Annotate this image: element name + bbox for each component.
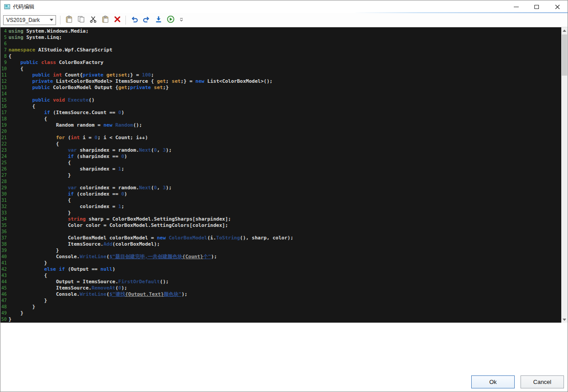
code-line-content: }: [9, 247, 59, 254]
ok-button[interactable]: Ok: [471, 375, 515, 388]
code-line: 46 Console.WriteLine($"请找{Output.Text}颜色…: [0, 291, 561, 298]
line-number: 25: [0, 160, 9, 166]
code-line-content: public void Execute(): [9, 97, 95, 103]
code-line-content: Random random = new Random();: [9, 122, 142, 128]
code-line-content: sharpindex = 1;: [9, 166, 124, 172]
scrollbar-thumb[interactable]: [562, 34, 567, 76]
code-line: 19 Random random = new Random();: [0, 122, 561, 128]
code-line-content: {: [9, 53, 12, 60]
code-line-content: if (colorindex == 0): [9, 191, 127, 197]
code-line: 9 public class ColorBoxFactory: [0, 60, 561, 66]
code-line: 17 if (ItemsSource.Count == 0): [0, 110, 561, 116]
code-line-content: Console.WriteLine($"请找{Output.Text}颜色块")…: [9, 291, 187, 298]
line-number: 45: [0, 285, 9, 291]
code-line-content: }: [9, 316, 12, 323]
code-line: 50}: [0, 316, 561, 323]
cancel-button[interactable]: Cancel: [521, 375, 564, 388]
code-editor: 4using System.Windows.Media;5using Syste…: [0, 27, 568, 323]
toolbar-separator: [60, 16, 60, 25]
code-line-content: var colorindex = random.Next(0, 3);: [9, 185, 172, 191]
run-icon: [167, 15, 175, 25]
editor-scrollbar[interactable]: [561, 27, 568, 323]
paste-alt-button[interactable]: [99, 14, 111, 26]
code-line: 27 }: [0, 172, 561, 179]
code-line-content: ItemsSource.Add(colorBoxModel);: [9, 241, 160, 247]
code-line-content: }: [9, 172, 71, 179]
line-number: 48: [0, 304, 9, 310]
code-line-content: {: [9, 116, 47, 122]
code-line: 26 sharpindex = 1;: [0, 166, 561, 172]
code-line: 14: [0, 91, 561, 97]
code-line: 37 ColorBoxModel colorBoxModel = new Col…: [0, 235, 561, 241]
code-line-content: public ColorBoxModel Output {get;private…: [9, 85, 169, 91]
code-line: 44 Output = ItemsSource.FirstOrDefault()…: [0, 279, 561, 285]
code-line: 25 {: [0, 160, 561, 166]
code-line: 32 colorindex = 1;: [0, 204, 561, 210]
code-line: 12 private List<ColorBoxModel> ItemsSour…: [0, 78, 561, 85]
redo-button[interactable]: [140, 14, 152, 26]
cut-button[interactable]: [87, 14, 99, 26]
code-line-content: if (ItemsSource.Count == 0): [9, 110, 124, 116]
line-number: 35: [0, 222, 9, 229]
import-icon: [155, 15, 163, 25]
code-line: 22 {: [0, 141, 561, 147]
code-line-content: for (int i = 0; i < Count; i++): [9, 135, 148, 141]
line-number: 44: [0, 279, 9, 285]
toolbar-buttons: [63, 14, 176, 26]
code-line-content: if (sharpindex == 0): [9, 153, 127, 160]
code-line-content: namespace AIStudio.Wpf.CSharpScript: [9, 47, 112, 53]
line-number: 30: [0, 191, 9, 197]
theme-select[interactable]: VS2019_Dark: [3, 15, 56, 25]
code-line: 10 {: [0, 66, 561, 72]
undo-button[interactable]: [128, 14, 140, 26]
import-button[interactable]: [152, 14, 164, 26]
close-button[interactable]: [547, 0, 568, 13]
code-line: 30 if (colorindex == 0): [0, 191, 561, 197]
code-edit-window: 代码编辑 VS2019_Dark 4using System.Windows.M…: [0, 0, 568, 392]
code-line-content: string sharp = ColorBoxModel.SettingShar…: [9, 216, 231, 222]
chevron-down-icon: [179, 18, 184, 22]
code-line: 43 {: [0, 273, 561, 279]
code-line-content: Output = ItemsSource.FirstOrDefault();: [9, 279, 169, 285]
app-icon: [4, 4, 10, 10]
line-number: 43: [0, 273, 9, 279]
line-number: 47: [0, 298, 9, 304]
code-line: 15 public void Execute(): [0, 97, 561, 103]
code-line: 18 {: [0, 116, 561, 122]
delete-button[interactable]: [111, 14, 123, 26]
maximize-button[interactable]: [526, 0, 547, 13]
toolbar-overflow[interactable]: [179, 18, 184, 22]
code-line: 16 {: [0, 103, 561, 110]
undo-icon: [130, 15, 138, 25]
code-line: 35 Color color = ColorBoxModel.SettingCo…: [0, 222, 561, 229]
code-line-content: {: [9, 197, 71, 204]
paste-alt-icon: [101, 15, 109, 25]
line-number: 5: [0, 34, 9, 41]
code-line: 4using System.Windows.Media;: [0, 28, 561, 34]
line-number: 12: [0, 78, 9, 85]
copy-button[interactable]: [75, 14, 87, 26]
run-button[interactable]: [164, 14, 176, 26]
line-number: 20: [0, 128, 9, 135]
code-line-content: {: [9, 160, 71, 166]
copy-icon: [77, 15, 85, 25]
code-line-content: {: [9, 103, 35, 110]
code-line-content: using System.Windows.Media;: [9, 28, 89, 34]
code-line: 24 if (sharpindex == 0): [0, 153, 561, 160]
scroll-up-icon[interactable]: [561, 27, 568, 34]
code-line: 20: [0, 128, 561, 135]
code-line-content: }: [9, 304, 35, 310]
scroll-down-icon[interactable]: [561, 316, 568, 323]
code-area[interactable]: 4using System.Windows.Media;5using Syste…: [0, 28, 561, 323]
code-line-content: public int Count{private get;set;} = 100…: [9, 72, 154, 78]
code-line: 8{: [0, 53, 561, 60]
code-line-content: ColorBoxModel colorBoxModel = new ColorB…: [9, 235, 293, 241]
close-icon: [555, 4, 560, 9]
minimize-button[interactable]: [506, 0, 526, 13]
code-line-content: colorindex = 1;: [9, 204, 124, 210]
paste-button[interactable]: [63, 14, 75, 26]
code-line: 21 for (int i = 0; i < Count; i++): [0, 135, 561, 141]
line-number: 32: [0, 204, 9, 210]
code-line: 42 else if (Output == null): [0, 266, 561, 273]
chevron-down-icon: [50, 19, 53, 21]
